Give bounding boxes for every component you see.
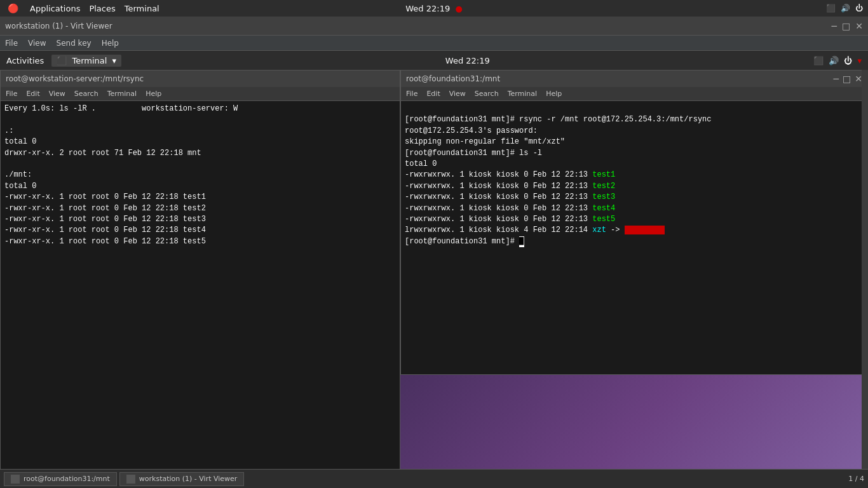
term-right-line8-file: test3 [592,193,615,201]
inner-indicator: ▾ [857,56,862,65]
places-menu[interactable]: Places [86,3,118,15]
term-right-window: root@foundation31:/mnt ─ □ ✕ File Edit V… [400,70,868,375]
term-right-buttons: ─ □ ✕ [834,74,862,84]
audio-icon[interactable]: 🔊 [841,4,850,13]
term-right-line11-file: xzt [592,226,606,234]
terminal-app-label: Terminal [72,56,107,65]
term-left-menubar: File Edit View Search Terminal Help [1,87,400,101]
term-right-line4: [root@foundation31 mnt]# ls -l [405,149,542,158]
taskbar-item-virt-viewer[interactable]: workstation (1) - Virt Viewer [119,472,245,486]
term-right-line6-pre: -rwxrwxrwx. 1 kiosk kiosk 0 Feb 12 22:13 [405,170,592,179]
term-right-line10-pre: -rwxrwxrwx. 1 kiosk kiosk 0 Feb 12 22:13 [405,215,592,224]
term-left-file-menu[interactable]: File [6,90,17,98]
recording-dot: ● [455,4,462,13]
term-right-line6-file: test1 [592,170,615,179]
taskbar-item-terminal[interactable]: root@foundation31:/mnt [4,472,117,486]
virt-viewer-sendkey-menu[interactable]: Send key [57,39,92,48]
term-right-edit-menu[interactable]: Edit [426,90,440,98]
virt-viewer-close-button[interactable]: ✕ [855,21,863,31]
taskbar-terminal-label: root@foundation31:/mnt [24,475,110,483]
term-right-line3: skipping non-regular file "mnt/xzt" [405,137,565,146]
term-right-titlebar: root@foundation31:/mnt ─ □ ✕ [401,71,867,87]
terminal-container: root@workstation-server:/mnt/rsync File … [0,70,868,488]
gnome-top-bar-left: 🔴 Applications Places Terminal [5,2,162,15]
gnome-top-bar: 🔴 Applications Places Terminal Wed 22:19… [0,0,868,17]
term-left-help-menu[interactable]: Help [146,90,161,98]
power-icon[interactable]: ⏻ [855,4,863,13]
term-right-line11-pre: lrwxrwxrwx. 1 kiosk kiosk 4 Feb 12 22:14 [405,226,592,234]
taskbar-pager: 1 / 4 [848,475,864,483]
terminal-app-icon: ⬛ [57,56,67,65]
inner-network-icon[interactable]: ⬛ [813,56,824,65]
taskbar: root@foundation31:/mnt workstation (1) -… [0,469,868,488]
term-right-line7-pre: -rwxrwxrwx. 1 kiosk kiosk 0 Feb 12 22:13 [405,182,592,191]
term-right-line10-file: test5 [592,215,615,224]
term-right-line7-file: test2 [592,182,615,191]
term-right-line11-dest [625,226,665,234]
inner-gnome-bar: Activities ⬛ Terminal ▾ Wed 22:19 ⬛ 🔊 ⏻ … [0,51,868,70]
network-icon[interactable]: ⬛ [826,4,836,13]
virt-viewer-menubar: File View Send key Help [0,36,868,51]
virt-viewer-help-menu[interactable]: Help [102,39,119,48]
redhat-icon: 🔴 [5,2,21,15]
virt-viewer-titlebar: workstation (1) - Virt Viewer ─ □ ✕ [0,17,868,36]
inner-gnome-bar-left: Activities ⬛ Terminal ▾ [6,55,121,67]
term-right-line2: root@172.25.254.3's password: [405,126,538,135]
taskbar-terminal-icon [11,475,20,484]
term-right-view-menu[interactable]: View [449,90,466,98]
gnome-top-bar-right: ⬛ 🔊 ⏻ [826,4,863,13]
term-right-search-menu[interactable]: Search [475,90,499,98]
term-right-line12: [root@foundation31 mnt]# [405,237,519,246]
term-right-menubar: File Edit View Search Terminal Help [401,87,867,101]
inner-terminal-label[interactable]: ⬛ Terminal ▾ [51,55,121,67]
term-left-titlebar: root@workstation-server:/mnt/rsync [1,71,400,87]
virt-viewer-window: workstation (1) - Virt Viewer ─ □ ✕ File… [0,17,868,488]
virt-viewer-file-menu[interactable]: File [5,39,18,48]
term-right-line9-pre: -rwxrwxrwx. 1 kiosk kiosk 0 Feb 12 22:13 [405,204,592,213]
term-right-terminal-menu[interactable]: Terminal [508,90,538,98]
virt-viewer-view-menu[interactable]: View [28,39,46,48]
term-left-search-menu[interactable]: Search [74,90,98,98]
virt-viewer-title: workstation (1) - Virt Viewer [5,22,112,30]
virt-viewer-title-buttons: ─ □ ✕ [832,21,863,31]
inner-gnome-bar-right: ⬛ 🔊 ⏻ ▾ [813,56,862,65]
inner-datetime: Wed 22:19 [445,56,490,65]
inner-gnome-bar-center: Wed 22:19 [445,56,490,65]
terminal-dropdown-icon: ▾ [112,56,117,65]
term-right-maximize-button[interactable]: □ [843,74,851,84]
virt-viewer-minimize-button[interactable]: ─ [832,21,837,31]
terminal-menu[interactable]: Terminal [122,3,162,15]
term-right-body[interactable]: [root@foundation31 mnt]# rsync -r /mnt r… [401,101,867,374]
term-right-title: root@foundation31:/mnt [406,74,500,83]
virt-viewer-maximize-button[interactable]: □ [842,21,850,31]
term-left-terminal-menu[interactable]: Terminal [107,90,137,98]
inner-audio-icon[interactable]: 🔊 [829,56,839,65]
term-right-line5: total 0 [405,159,437,168]
term-left-title: root@workstation-server:/mnt/rsync [6,74,144,83]
term-right-line11-mid: -> [606,226,625,234]
term-left-window: root@workstation-server:/mnt/rsync File … [0,70,400,488]
term-right-line9-file: test4 [592,204,615,213]
term-left-view-menu[interactable]: View [49,90,65,98]
vm-display: Activities ⬛ Terminal ▾ Wed 22:19 ⬛ 🔊 ⏻ … [0,51,868,488]
term-right-minimize-button[interactable]: ─ [834,74,839,84]
term-right-file-menu[interactable]: File [406,90,417,98]
top-bar-datetime: Wed 22:19 [405,4,450,13]
applications-menu[interactable]: Applications [27,3,83,15]
inner-activities[interactable]: Activities [6,56,44,65]
vm-scrollbar[interactable] [862,70,868,488]
term-left-content: Every 1.0s: ls -lR . workstation-server:… [4,104,238,246]
term-right-help-menu[interactable]: Help [546,90,562,98]
term-right-line1: [root@foundation31 mnt]# rsync -r /mnt r… [405,115,711,124]
taskbar-virt-label: workstation (1) - Virt Viewer [139,475,238,483]
gnome-top-bar-center: Wed 22:19 ● [405,4,462,13]
taskbar-virt-icon [126,475,135,484]
term-right-line8-pre: -rwxrwxrwx. 1 kiosk kiosk 0 Feb 12 22:13 [405,193,592,201]
term-right-cursor: █ [519,236,524,247]
term-left-edit-menu[interactable]: Edit [26,90,39,98]
inner-power-icon[interactable]: ⏻ [844,56,852,65]
term-left-body[interactable]: Every 1.0s: ls -lR . workstation-server:… [1,101,400,487]
